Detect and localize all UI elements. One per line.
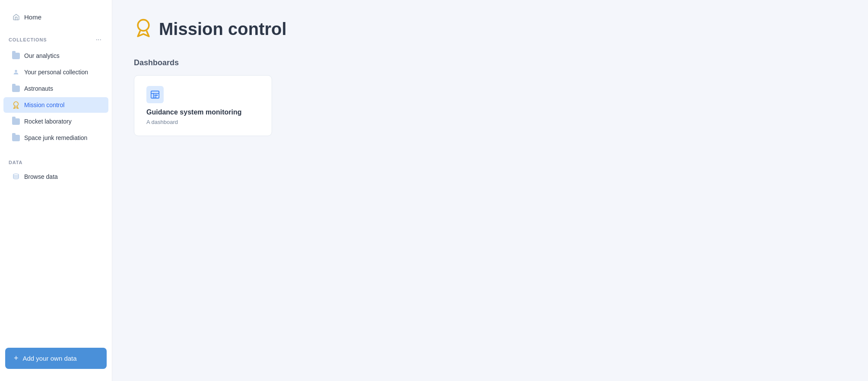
dashboard-card-guidance[interactable]: Guidance system monitoring A dashboard [134,75,272,136]
dashboards-section: Dashboards Guidance system monitoring A … [134,58,846,136]
add-data-label: Add your own data [23,355,77,362]
rocket-laboratory-label: Rocket laboratory [24,118,72,125]
add-data-plus-icon: + [14,354,19,363]
astronauts-label: Astronauts [24,85,53,92]
sidebar-item-personal-collection[interactable]: Your personal collection [3,64,108,80]
sidebar-item-browse-data[interactable]: Browse data [3,169,108,184]
svg-point-2 [13,174,19,175]
folder-icon-astronauts [12,85,20,92]
folder-icon-rocket [12,117,20,125]
page-header: Mission control [134,17,846,41]
svg-point-1 [14,102,19,107]
add-data-button[interactable]: + Add your own data [5,348,107,369]
mission-control-label: Mission control [24,102,64,108]
home-label: Home [24,13,41,21]
page-title-award-icon [134,17,153,41]
page-title: Mission control [159,19,287,39]
collections-section-header: COLLECTIONS ··· [0,29,112,48]
dashboard-card-title: Guidance system monitoring [146,108,260,116]
svg-rect-8 [154,97,157,98]
main-content: Mission control Dashboards Guidance syst… [112,0,868,381]
data-label: DATA [9,160,22,165]
dashboards-section-label: Dashboards [134,58,846,67]
svg-rect-7 [154,95,158,96]
sidebar-item-space-junk[interactable]: Space junk remediation [3,130,108,146]
award-icon [12,101,20,109]
collections-more-button[interactable]: ··· [94,35,103,44]
svg-point-0 [15,70,17,72]
collections-label: COLLECTIONS [9,37,47,42]
sidebar-item-our-analytics[interactable]: Our analytics [3,48,108,64]
database-icon [12,173,20,181]
data-section-header: DATA [0,153,112,168]
personal-collection-label: Your personal collection [24,69,88,76]
sidebar-bottom: + Add your own data [0,341,112,372]
sidebar-item-rocket-laboratory[interactable]: Rocket laboratory [3,114,108,129]
sidebar: Home COLLECTIONS ··· Our analytics Your … [0,0,112,381]
our-analytics-label: Our analytics [24,52,60,59]
folder-icon [12,52,20,60]
dashboard-card-icon [146,86,164,103]
sidebar-item-astronauts[interactable]: Astronauts [3,81,108,96]
space-junk-label: Space junk remediation [24,134,87,141]
person-icon [12,68,20,76]
svg-point-3 [138,20,149,31]
folder-icon-space-junk [12,134,20,142]
home-icon [12,13,20,21]
browse-data-label: Browse data [24,173,58,180]
dashboard-card-subtitle: A dashboard [146,119,260,125]
sidebar-item-mission-control[interactable]: Mission control [3,97,108,113]
sidebar-item-home[interactable]: Home [3,9,108,25]
